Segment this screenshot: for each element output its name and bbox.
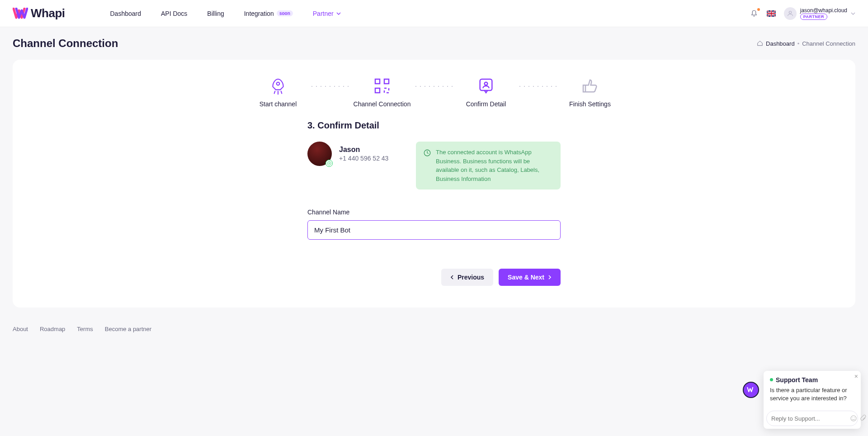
- bell-icon: [750, 9, 758, 18]
- topbar-right: jason@whapi.cloud PARTNER: [750, 7, 855, 20]
- nav-integration-label: Integration: [244, 10, 274, 17]
- profile-name: Jason: [339, 146, 388, 154]
- stepper: Start channel Channel Connection Confirm…: [249, 77, 619, 108]
- footer-become-partner[interactable]: Become a partner: [105, 326, 151, 332]
- chevron-down-icon: [336, 12, 341, 15]
- nav-integration[interactable]: Integration soon: [244, 10, 293, 17]
- chevron-down-icon: [851, 12, 855, 15]
- qr-icon: [373, 77, 391, 95]
- previous-button[interactable]: Previous: [441, 269, 493, 286]
- breadcrumb: Dashboard • Channel Connection: [757, 40, 855, 47]
- svg-point-7: [485, 82, 488, 85]
- nav-dashboard[interactable]: Dashboard: [110, 10, 142, 17]
- nav-partner[interactable]: Partner: [313, 10, 341, 17]
- channel-name-input[interactable]: [307, 220, 561, 240]
- notification-dot: [757, 8, 760, 11]
- profile-left: Jason +1 440 596 52 43: [307, 142, 416, 166]
- step-label: Confirm Detail: [466, 100, 506, 108]
- breadcrumb-sep: •: [797, 40, 800, 47]
- button-label: Save & Next: [508, 274, 544, 281]
- page-title: Channel Connection: [13, 37, 118, 50]
- save-next-button[interactable]: Save & Next: [499, 269, 561, 286]
- user-badge-icon: [477, 77, 495, 95]
- nav-api-docs[interactable]: API Docs: [161, 10, 187, 17]
- logo-text: Whapi: [31, 6, 65, 20]
- svg-point-1: [789, 11, 791, 13]
- section-title: 3. Confirm Detail: [307, 120, 561, 131]
- button-row: Previous Save & Next: [307, 269, 561, 286]
- svg-point-2: [277, 82, 280, 85]
- step-label: Finish Settings: [569, 100, 611, 108]
- page-header: Channel Connection Dashboard • Channel C…: [0, 27, 868, 55]
- soon-badge: soon: [277, 10, 293, 16]
- profile-phone: +1 440 596 52 43: [339, 155, 388, 162]
- footer-roadmap[interactable]: Roadmap: [40, 326, 65, 332]
- svg-rect-5: [375, 88, 380, 93]
- step-finish-settings[interactable]: Finish Settings: [561, 77, 619, 108]
- step-label: Channel Connection: [354, 100, 411, 108]
- svg-rect-4: [384, 79, 389, 84]
- confirm-section: 3. Confirm Detail Jason +1 440 596 52 43…: [307, 120, 561, 286]
- breadcrumb-dashboard[interactable]: Dashboard: [766, 40, 795, 47]
- user-menu[interactable]: jason@whapi.cloud PARTNER: [784, 7, 855, 20]
- thumbs-up-icon: [581, 77, 599, 95]
- nav-partner-label: Partner: [313, 10, 334, 17]
- profile-avatar: [307, 142, 332, 166]
- main-card: Start channel Channel Connection Confirm…: [13, 60, 855, 308]
- footer-about[interactable]: About: [13, 326, 28, 332]
- channel-name-label: Channel Name: [307, 209, 561, 216]
- whatsapp-business-icon: [326, 160, 333, 167]
- banner-text: The connected account is WhatsApp Busine…: [436, 148, 553, 183]
- svg-rect-3: [375, 79, 380, 84]
- step-confirm-detail[interactable]: Confirm Detail: [457, 77, 515, 108]
- language-button[interactable]: [767, 9, 776, 18]
- footer: About Roadmap Terms Become a partner: [0, 318, 868, 340]
- topbar: Whapi Dashboard API Docs Billing Integra…: [0, 0, 868, 27]
- profile-info: Jason +1 440 596 52 43: [339, 146, 388, 162]
- arrow-left-icon: [450, 275, 455, 280]
- footer-terms[interactable]: Terms: [77, 326, 93, 332]
- user-avatar: [784, 7, 797, 20]
- user-icon: [787, 10, 794, 17]
- user-meta: jason@whapi.cloud PARTNER: [800, 7, 847, 20]
- step-connector: [517, 86, 559, 87]
- step-connector: [309, 86, 351, 87]
- step-connector: [413, 86, 455, 87]
- logo-icon: [13, 8, 28, 19]
- step-start-channel[interactable]: Start channel: [249, 77, 307, 108]
- step-channel-connection[interactable]: Channel Connection: [353, 77, 411, 108]
- flag-uk-icon: [767, 10, 776, 17]
- step-label: Start channel: [259, 100, 297, 108]
- arrow-right-icon: [547, 275, 552, 280]
- notifications-button[interactable]: [750, 9, 759, 18]
- main-nav: Dashboard API Docs Billing Integration s…: [110, 10, 341, 17]
- button-label: Previous: [458, 274, 484, 281]
- logo[interactable]: Whapi: [13, 6, 65, 20]
- profile-row: Jason +1 440 596 52 43 The connected acc…: [307, 142, 561, 190]
- info-icon: [423, 149, 431, 183]
- home-icon: [757, 40, 763, 47]
- user-role-pill: PARTNER: [800, 14, 827, 20]
- business-banner: The connected account is WhatsApp Busine…: [416, 142, 561, 190]
- nav-billing[interactable]: Billing: [207, 10, 224, 17]
- user-email: jason@whapi.cloud: [800, 7, 847, 14]
- breadcrumb-current: Channel Connection: [802, 40, 855, 47]
- rocket-icon: [269, 77, 287, 95]
